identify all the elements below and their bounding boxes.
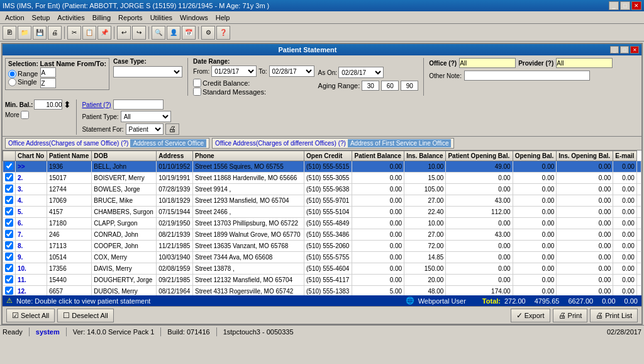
tb-btn-2[interactable]: 📁 xyxy=(18,26,31,40)
menu-utilities[interactable]: Utilities xyxy=(147,13,176,23)
row-open-credit: 0.00 xyxy=(352,207,404,218)
table-row[interactable]: 3. 12744 BOWLES, Jorge 07/28/1939 Street… xyxy=(3,184,641,195)
win-maximize[interactable]: □ xyxy=(620,46,629,54)
print-list-label: Print List xyxy=(605,312,632,319)
data-table-container[interactable]: Chart No Patient Name DOB Address Phone … xyxy=(3,151,641,295)
statement-for-select[interactable]: Patient xyxy=(126,123,164,135)
patient-input[interactable] xyxy=(113,100,164,110)
table-row[interactable]: 12. 6657 DUBOIS, Merry 08/12/1964 Street… xyxy=(3,286,641,296)
row-checkbox-cell[interactable] xyxy=(3,252,16,263)
menu-billing[interactable]: Billing xyxy=(89,13,114,23)
single-radio[interactable] xyxy=(8,78,16,86)
office-tab-2[interactable]: Office Address(Charges of different Offi… xyxy=(212,138,454,149)
table-row[interactable]: 4. 17069 BRUCE, Mike 10/18/1929 Street 1… xyxy=(3,195,641,207)
row-checkbox[interactable] xyxy=(5,173,13,181)
tb-btn-4[interactable]: 🖨 xyxy=(48,26,62,40)
menu-windows[interactable]: Windows xyxy=(176,13,212,23)
from-date-select[interactable]: 01/29/17 xyxy=(211,65,257,77)
row-checkbox-cell[interactable] xyxy=(3,173,16,184)
other-note-input[interactable] xyxy=(464,71,590,81)
provider-input[interactable] xyxy=(556,58,613,68)
win-close[interactable]: ✕ xyxy=(630,46,639,54)
tb-btn-11[interactable]: 👤 xyxy=(167,26,180,40)
menu-setup[interactable]: Setup xyxy=(28,13,54,23)
deselect-all-button[interactable]: ☐ Deselect All xyxy=(57,309,113,322)
table-row[interactable]: 10. 17356 DAVIS, Merry 02/08/1959 Street… xyxy=(3,263,641,275)
table-row[interactable]: >> 1936 BELL, John 01/10/1952 Street 155… xyxy=(3,161,641,173)
table-row[interactable]: 2. 15017 BOISVERT, Merry 10/19/1991 Stre… xyxy=(3,173,641,184)
row-checkbox-cell[interactable] xyxy=(3,241,16,252)
row-num: 10. xyxy=(16,263,47,275)
office-input[interactable] xyxy=(459,58,516,68)
select-all-button[interactable]: ☑ Select All xyxy=(6,309,55,322)
case-type-select[interactable] xyxy=(113,66,182,77)
standard-messages-cb[interactable] xyxy=(193,88,201,96)
maximize-btn[interactable]: □ xyxy=(620,1,630,10)
close-btn[interactable]: ✕ xyxy=(631,1,641,10)
aging-30-input[interactable] xyxy=(362,81,379,91)
tb-btn-13[interactable]: ⚙ xyxy=(201,26,215,40)
table-row[interactable]: 11. 15440 DOUGHERTY, Jorge 09/21/1985 St… xyxy=(3,275,641,286)
aging-90-input[interactable] xyxy=(401,81,418,91)
from-input[interactable] xyxy=(40,67,56,77)
tb-btn-14[interactable]: ❓ xyxy=(216,26,230,40)
table-row[interactable]: 6. 17180 CLAPP, Surgon 02/19/1950 Street… xyxy=(3,218,641,229)
row-checkbox[interactable] xyxy=(5,287,13,295)
office-tab-1[interactable]: Office Address(Charges of same Office) (… xyxy=(5,138,209,149)
row-checkbox[interactable] xyxy=(5,207,13,215)
row-address: Street 1899 Walnut Grove, MO 65770 xyxy=(193,229,304,241)
row-checkbox-cell[interactable] xyxy=(3,161,16,173)
win-minimize[interactable]: _ xyxy=(610,46,619,54)
min-bal-input[interactable] xyxy=(34,100,62,110)
tb-btn-10[interactable]: 🔍 xyxy=(152,26,165,40)
minimize-btn[interactable]: _ xyxy=(609,1,619,10)
tb-btn-8[interactable]: ↩ xyxy=(117,26,131,40)
to-date-select[interactable]: 02/28/17 xyxy=(269,65,314,77)
print-setup-btn[interactable]: 🖨 xyxy=(165,123,179,135)
row-checkbox-cell[interactable] xyxy=(3,286,16,296)
row-checkbox-cell[interactable] xyxy=(3,207,16,218)
row-checkbox-cell[interactable] xyxy=(3,275,16,286)
menu-reports[interactable]: Reports xyxy=(114,13,147,23)
table-row[interactable]: 9. 10514 COX, Merry 10/03/1940 Street 73… xyxy=(3,252,641,263)
table-row[interactable]: 7. 246 CONRAD, John 08/21/1939 Street 18… xyxy=(3,229,641,241)
range-radio[interactable] xyxy=(8,70,16,78)
as-on-select[interactable]: 02/28/17 xyxy=(338,67,384,78)
row-checkbox[interactable] xyxy=(5,241,13,249)
tb-btn-1[interactable]: 🖹 xyxy=(3,26,16,40)
table-row[interactable]: 8. 17113 COOPER, John 11/21/1985 Street … xyxy=(3,241,641,252)
row-checkbox-cell[interactable] xyxy=(3,218,16,229)
row-checkbox[interactable] xyxy=(5,264,13,272)
menu-action[interactable]: Action xyxy=(1,13,28,23)
tb-btn-5[interactable]: ✂ xyxy=(67,26,81,40)
tb-btn-12[interactable]: 📅 xyxy=(182,26,196,40)
menu-help[interactable]: Help xyxy=(212,13,234,23)
table-row[interactable]: 5. 4157 CHAMBERS, Surgon 07/15/1944 Stre… xyxy=(3,207,641,218)
row-checkbox-cell[interactable] xyxy=(3,263,16,275)
row-checkbox-cell[interactable] xyxy=(3,229,16,241)
row-checkbox[interactable] xyxy=(5,185,13,193)
patient-type-select[interactable]: All xyxy=(121,111,171,122)
credit-balance-cb[interactable] xyxy=(193,79,201,87)
row-checkbox[interactable] xyxy=(5,253,13,261)
min-bal-spinner[interactable]: ⬍ xyxy=(64,100,71,110)
row-checkbox-cell[interactable] xyxy=(3,184,16,195)
tb-btn-7[interactable]: 📌 xyxy=(97,26,111,40)
tb-btn-3[interactable]: 💾 xyxy=(33,26,47,40)
to-input[interactable] xyxy=(40,78,56,88)
tb-btn-9[interactable]: ↪ xyxy=(132,26,146,40)
row-checkbox[interactable] xyxy=(5,162,13,170)
row-checkbox-cell[interactable] xyxy=(3,195,16,207)
print-button[interactable]: 🖨 Print xyxy=(553,309,588,322)
menu-activities[interactable]: Activities xyxy=(53,13,88,23)
tb-btn-6[interactable]: 📋 xyxy=(82,26,96,40)
more-checkbox[interactable] xyxy=(21,111,29,119)
export-button[interactable]: ✓ Export xyxy=(511,309,550,322)
aging-60-input[interactable] xyxy=(381,81,399,91)
row-ins-bal: 0.00 xyxy=(446,173,513,184)
row-checkbox[interactable] xyxy=(5,230,13,238)
print-list-button[interactable]: 🖨 Print List xyxy=(590,309,638,322)
row-checkbox[interactable] xyxy=(5,219,13,227)
row-checkbox[interactable] xyxy=(5,275,13,283)
row-checkbox[interactable] xyxy=(5,196,13,204)
